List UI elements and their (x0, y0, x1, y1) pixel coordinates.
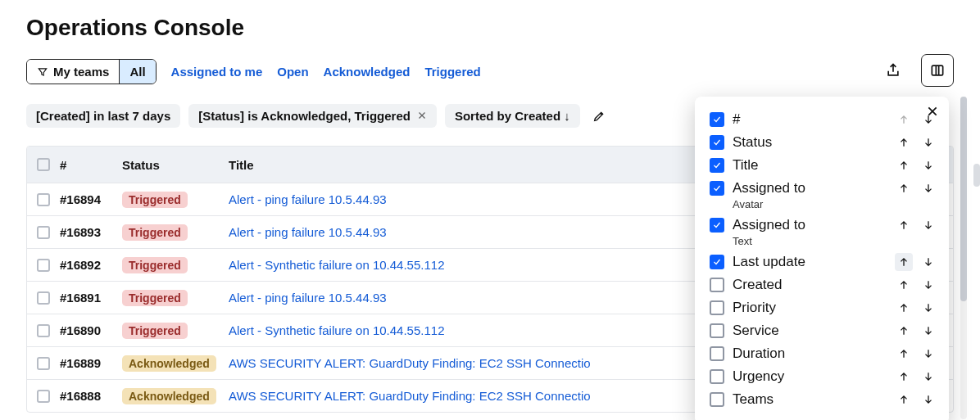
popover-scrollbar[interactable] (960, 97, 967, 419)
incident-title-link[interactable]: Alert - Synthetic failure on 10.44.55.11… (229, 323, 445, 337)
filter-triggered[interactable]: Triggered (424, 65, 480, 79)
move-down-button[interactable] (919, 391, 937, 409)
row-checkbox[interactable] (37, 390, 50, 403)
column-label: # (733, 111, 895, 128)
check-icon (712, 138, 722, 147)
column-reorder-controls (895, 322, 937, 340)
row-checkbox[interactable] (37, 324, 50, 337)
column-toggle-checkbox[interactable] (710, 369, 724, 384)
my-teams-label: My teams (53, 65, 109, 79)
column-toggle-checkbox[interactable] (710, 300, 724, 315)
column-toggle-checkbox[interactable] (710, 323, 724, 338)
column-toggle-checkbox[interactable] (710, 278, 724, 292)
move-down-button[interactable] (919, 156, 937, 174)
move-up-button[interactable] (895, 133, 913, 151)
move-up-button[interactable] (895, 276, 913, 294)
incident-title-link[interactable]: Alert - ping failure 10.5.44.93 (229, 192, 387, 206)
arrow-up-icon (898, 348, 910, 359)
header-num[interactable]: # (60, 158, 122, 172)
move-down-button[interactable] (919, 179, 937, 197)
chip-created[interactable]: [Created] in last 7 days (26, 104, 180, 128)
arrow-down-icon (923, 325, 934, 336)
move-down-button[interactable] (919, 216, 937, 234)
page-scrollbar[interactable] (973, 164, 980, 187)
arrow-down-icon (923, 183, 934, 194)
column-config-item: Status (710, 131, 937, 154)
columns-icon (929, 62, 946, 79)
move-down-button[interactable] (919, 276, 937, 294)
move-up-button[interactable] (895, 322, 913, 340)
row-checkbox[interactable] (37, 357, 50, 370)
move-down-button[interactable] (919, 253, 937, 271)
move-down-button[interactable] (919, 345, 937, 363)
all-button[interactable]: All (119, 60, 155, 84)
column-toggle-checkbox[interactable] (710, 392, 724, 407)
move-up-button[interactable] (895, 156, 913, 174)
column-toggle-checkbox[interactable] (710, 158, 724, 173)
edit-filters-button[interactable] (588, 106, 610, 127)
columns-button[interactable] (921, 54, 954, 87)
incident-title-link[interactable]: AWS SECURITY ALERT: GuardDuty Finding: E… (229, 356, 591, 370)
move-up-button[interactable] (895, 253, 913, 271)
column-toggle-checkbox[interactable] (710, 346, 724, 361)
close-icon (926, 105, 939, 118)
header-status[interactable]: Status (122, 158, 229, 172)
row-number: #16894 (60, 192, 122, 206)
filter-acknowledged[interactable]: Acknowledged (324, 65, 411, 79)
row-number: #16892 (60, 258, 122, 272)
move-up-button[interactable] (895, 391, 913, 409)
column-toggle-checkbox[interactable] (710, 218, 724, 233)
column-toggle-checkbox[interactable] (710, 135, 724, 150)
column-reorder-controls (895, 156, 937, 174)
row-checkbox[interactable] (37, 259, 50, 272)
incident-title-link[interactable]: Alert - Synthetic failure on 10.44.55.11… (229, 258, 445, 272)
row-checkbox[interactable] (37, 291, 50, 305)
column-sublabel: Text (733, 235, 937, 247)
column-reorder-controls (895, 299, 937, 317)
move-up-button[interactable] (895, 345, 913, 363)
column-toggle-checkbox[interactable] (710, 255, 724, 269)
move-up-button[interactable] (895, 216, 913, 234)
move-up-button[interactable] (895, 299, 913, 317)
column-label: Service (733, 323, 895, 339)
column-label: Priority (733, 300, 895, 316)
chip-status[interactable]: [Status] is Acknowledged, Triggered (188, 104, 437, 128)
move-down-button[interactable] (919, 368, 937, 386)
incident-title-link[interactable]: AWS SECURITY ALERT: GuardDuty Finding: E… (229, 389, 591, 403)
svg-rect-0 (932, 65, 942, 75)
filter-assigned-to-me[interactable]: Assigned to me (171, 65, 263, 79)
column-toggle-checkbox[interactable] (710, 181, 724, 196)
arrow-down-icon (923, 160, 934, 171)
column-label: Title (733, 157, 895, 174)
pencil-icon (592, 110, 606, 123)
share-button[interactable] (877, 54, 910, 87)
column-toggle-checkbox[interactable] (710, 112, 724, 127)
row-checkbox[interactable] (37, 226, 50, 239)
move-down-button[interactable] (919, 299, 937, 317)
incident-title-link[interactable]: Alert - ping failure 10.5.44.93 (229, 291, 387, 305)
row-checkbox[interactable] (37, 193, 50, 206)
column-config-item: # (710, 108, 937, 131)
column-label: Created (733, 277, 895, 293)
popover-close-button[interactable] (926, 105, 939, 120)
incident-title-link[interactable]: Alert - ping failure 10.5.44.93 (229, 225, 387, 239)
check-icon (712, 160, 722, 170)
scrollbar-thumb[interactable] (960, 97, 967, 301)
column-reorder-controls (895, 133, 937, 151)
move-up-button[interactable] (895, 368, 913, 386)
move-down-button[interactable] (919, 322, 937, 340)
row-number: #16888 (60, 389, 122, 403)
column-reorder-controls (895, 179, 937, 197)
column-reorder-controls (895, 253, 937, 271)
filter-open[interactable]: Open (277, 65, 308, 79)
arrow-down-icon (923, 279, 934, 291)
check-icon (712, 220, 722, 230)
move-down-button[interactable] (919, 133, 937, 151)
select-all-checkbox[interactable] (37, 158, 50, 171)
chip-status-close[interactable] (417, 109, 427, 123)
chip-sort[interactable]: Sorted by Created ↓ (445, 104, 580, 128)
move-up-button[interactable] (895, 179, 913, 197)
my-teams-button[interactable]: My teams (27, 60, 119, 84)
check-icon (712, 257, 722, 267)
column-label: Status (733, 134, 895, 151)
